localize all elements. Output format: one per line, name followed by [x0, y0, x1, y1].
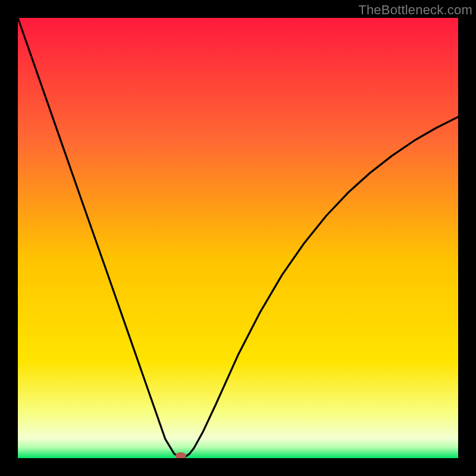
watermark-label: TheBottleneck.com — [358, 2, 472, 18]
plot-area — [18, 18, 458, 458]
gradient-bg — [18, 18, 458, 458]
chart-svg — [18, 18, 458, 458]
chart-frame: TheBottleneck.com — [0, 0, 476, 476]
